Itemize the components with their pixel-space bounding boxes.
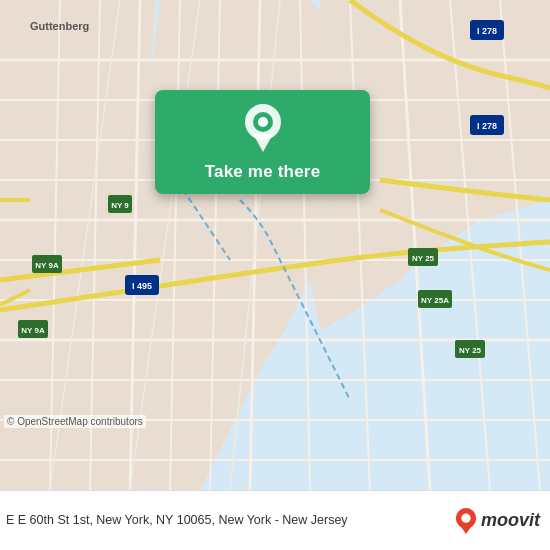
svg-point-53 <box>258 117 268 127</box>
svg-text:NY 9A: NY 9A <box>21 326 45 335</box>
moovit-label: moovit <box>481 510 540 531</box>
svg-text:I 278: I 278 <box>477 121 497 131</box>
svg-text:NY 25: NY 25 <box>412 254 435 263</box>
svg-text:NY 9: NY 9 <box>111 201 129 210</box>
moovit-logo: moovit <box>455 508 540 534</box>
map-attribution: © OpenStreetMap contributors <box>4 415 146 428</box>
svg-text:NY 25A: NY 25A <box>421 296 449 305</box>
svg-text:I 278: I 278 <box>477 26 497 36</box>
address-text: E E 60th St 1st, New York, NY 10065, New… <box>6 512 455 530</box>
svg-marker-54 <box>253 134 273 152</box>
map-pin-icon <box>243 104 283 152</box>
bottom-bar: E E 60th St 1st, New York, NY 10065, New… <box>0 490 550 550</box>
map-container: I 278 I 278 NY 9 NY 9A NY 9A I 495 NY 25… <box>0 0 550 490</box>
svg-text:Guttenberg: Guttenberg <box>30 20 89 32</box>
svg-text:I 495: I 495 <box>132 281 152 291</box>
svg-text:NY 25: NY 25 <box>459 346 482 355</box>
svg-marker-57 <box>459 524 472 533</box>
take-me-there-label: Take me there <box>205 162 321 182</box>
moovit-pin-icon <box>455 508 477 534</box>
svg-text:NY 9A: NY 9A <box>35 261 59 270</box>
location-card[interactable]: Take me there <box>155 90 370 194</box>
svg-point-56 <box>461 513 470 522</box>
